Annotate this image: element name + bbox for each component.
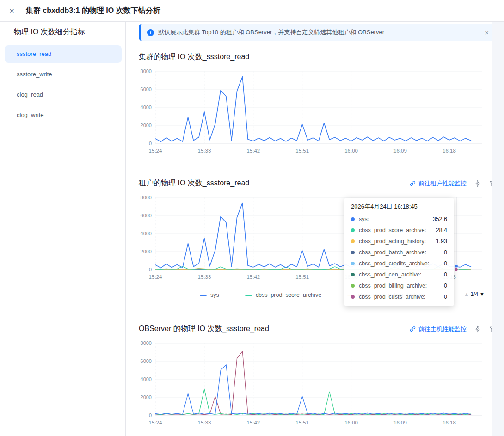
series-dot-icon <box>351 239 355 243</box>
legend-page-down-icon[interactable]: ▼ <box>479 291 485 297</box>
tooltip-row: cbss_prod_cen_archive:0 <box>351 269 447 280</box>
tooltip-row: cbss_prod_credits_archive:0 <box>351 258 447 269</box>
tenant-section-header: 租户的物理 IO 次数_ssstore_read 前往租户性能监控 <box>139 178 496 188</box>
legend-page-indicator: 1/4 <box>470 291 478 297</box>
svg-text:8000: 8000 <box>141 195 152 200</box>
legend-page-up-icon[interactable]: ▲ <box>464 291 469 297</box>
tooltip-series-name: cbss_prod_acting_history: <box>359 238 426 245</box>
svg-text:16:18: 16:18 <box>443 148 456 154</box>
host-monitor-link-label: 前往主机性能监控 <box>418 325 467 333</box>
drilldown-drawer: × 集群 cbxddb3:1 的物理 IO 次数下钻分析 物理 IO 次数细分指… <box>0 0 504 436</box>
svg-text:16:09: 16:09 <box>393 148 407 154</box>
svg-text:15:51: 15:51 <box>295 420 309 425</box>
tooltip-series-name: cbss_prod_cen_archive: <box>359 271 422 278</box>
metric-sidebar: 物理 IO 次数细分指标 ssstore_readssstore_writecl… <box>0 22 126 436</box>
close-icon[interactable]: × <box>9 6 19 15</box>
observer-chart[interactable]: 0200040006000800015:2415:3315:4215:5116:… <box>139 338 485 430</box>
drilldown-icon[interactable] <box>474 325 481 333</box>
info-banner: i 默认展示此集群 Top10 的租户和 OBServer，并支持自定义筛选其他… <box>139 24 496 41</box>
tooltip-series-name: cbss_prod_score_archive: <box>359 227 426 233</box>
sidebar-title: 物理 IO 次数细分指标 <box>0 27 125 37</box>
cluster-chart[interactable]: 0200040006000800015:2415:3315:4215:5116:… <box>139 66 485 158</box>
svg-text:0: 0 <box>149 267 152 272</box>
series-dot-icon <box>351 262 355 265</box>
banner-text: 默认展示此集群 Top10 的租户和 OBServer，并支持自定义筛选其他租户… <box>158 28 384 37</box>
tooltip-series-name: cbss_prod_credits_archive: <box>359 260 429 267</box>
svg-text:15:24: 15:24 <box>149 148 162 154</box>
svg-text:15:51: 15:51 <box>295 148 309 154</box>
sidebar-nav: ssstore_readssstore_writeclog_readclog_w… <box>0 45 125 124</box>
svg-text:15:33: 15:33 <box>198 148 211 154</box>
tooltip-series-value: 1.93 <box>436 238 447 245</box>
cluster-section-header: 集群的物理 IO 次数_ssstore_read <box>139 52 496 62</box>
svg-text:16:00: 16:00 <box>344 148 358 154</box>
svg-text:15:42: 15:42 <box>246 274 260 280</box>
svg-text:6000: 6000 <box>141 86 152 92</box>
tenant-monitor-link[interactable]: 前往租户性能监控 <box>409 179 467 188</box>
host-monitor-link[interactable]: 前往主机性能监控 <box>409 325 467 333</box>
link-icon <box>409 180 416 187</box>
legend-item-sys[interactable]: sys <box>200 292 219 298</box>
observer-section-header: OBServer 的物理 IO 次数_ssstore_read 前往主机性能监控 <box>139 324 496 334</box>
svg-text:8000: 8000 <box>141 340 152 346</box>
svg-text:15:51: 15:51 <box>295 274 309 280</box>
series-dot-icon <box>351 217 355 221</box>
sidebar-item-ssstore_read[interactable]: ssstore_read <box>5 45 122 63</box>
page-title: 集群 cbxddb3:1 的物理 IO 次数下钻分析 <box>26 6 160 16</box>
svg-text:15:24: 15:24 <box>149 420 162 425</box>
tooltip-row: cbss_prod_billing_archive:0 <box>351 280 447 291</box>
svg-text:16:18: 16:18 <box>443 420 456 425</box>
tooltip-series-value: 0 <box>444 249 447 256</box>
series-dot-icon <box>351 228 355 232</box>
svg-text:0: 0 <box>149 412 152 418</box>
chart-tooltip: 2026年4月24日 16:18:45 sys:352.6cbss_prod_s… <box>344 198 454 306</box>
series-dot-icon <box>351 284 355 288</box>
tooltip-series-name: cbss_prod_custs_archive: <box>359 294 426 300</box>
svg-text:0: 0 <box>149 141 152 146</box>
tooltip-row: sys:352.6 <box>351 214 447 225</box>
svg-text:4000: 4000 <box>141 376 152 382</box>
svg-text:2000: 2000 <box>141 394 152 400</box>
drawer-header: × 集群 cbxddb3:1 的物理 IO 次数下钻分析 <box>0 0 504 22</box>
svg-text:15:33: 15:33 <box>198 420 211 425</box>
svg-text:6000: 6000 <box>141 213 152 218</box>
link-icon <box>409 325 416 332</box>
banner-close-icon[interactable]: × <box>485 29 489 37</box>
svg-text:8000: 8000 <box>141 68 152 74</box>
legend-label: cbss_prod_score_archive <box>256 292 321 298</box>
tooltip-series-name: cbss_prod_batch_archive: <box>359 249 426 256</box>
tooltip-row: cbss_prod_batch_archive:0 <box>351 247 447 258</box>
tooltip-series-value: 0 <box>444 294 447 300</box>
legend-dash-icon <box>245 295 252 296</box>
sidebar-item-clog_write[interactable]: clog_write <box>5 106 122 124</box>
svg-text:15:42: 15:42 <box>246 148 260 154</box>
tooltip-timestamp: 2026年4月24日 16:18:45 <box>351 203 447 211</box>
tooltip-series-value: 0 <box>444 260 447 267</box>
observer-chart-title: OBServer 的物理 IO 次数_ssstore_read <box>139 324 269 334</box>
series-dot-icon <box>351 295 355 299</box>
cluster-chart-title: 集群的物理 IO 次数_ssstore_read <box>139 52 249 62</box>
sidebar-item-clog_read[interactable]: clog_read <box>5 86 122 104</box>
tooltip-row: cbss_prod_custs_archive:0 <box>351 291 447 302</box>
series-dot-icon <box>351 273 355 276</box>
page-background-strip <box>492 22 504 436</box>
legend-pager: ▲ 1/4 ▼ <box>464 291 485 297</box>
svg-text:2000: 2000 <box>141 123 152 128</box>
sidebar-item-ssstore_write[interactable]: ssstore_write <box>5 66 122 83</box>
svg-text:16:00: 16:00 <box>344 420 358 425</box>
tooltip-series-name: cbss_prod_billing_archive: <box>359 282 427 289</box>
svg-text:15:33: 15:33 <box>198 274 211 280</box>
tooltip-row: cbss_prod_score_archive:28.4 <box>351 225 447 236</box>
legend-item-cbss_prod_score_archive[interactable]: cbss_prod_score_archive <box>245 292 321 298</box>
tooltip-series-value: 352.6 <box>433 216 447 222</box>
svg-text:4000: 4000 <box>141 104 152 110</box>
tooltip-series-name: sys: <box>359 216 369 222</box>
tooltip-series-value: 0 <box>444 282 447 289</box>
svg-text:16:09: 16:09 <box>393 420 407 425</box>
svg-text:4000: 4000 <box>141 231 152 236</box>
svg-text:2000: 2000 <box>141 249 152 254</box>
drilldown-icon[interactable] <box>474 180 481 187</box>
info-icon: i <box>147 29 154 36</box>
tooltip-series-value: 0 <box>444 271 447 278</box>
legend-label: sys <box>210 292 219 298</box>
